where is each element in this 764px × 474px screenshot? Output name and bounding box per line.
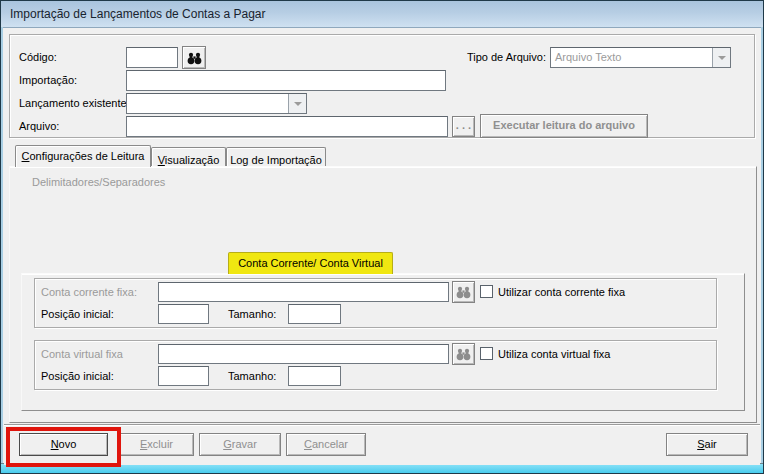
sair-button[interactable]: Sair — [666, 433, 748, 456]
gravar-button: Gravar — [199, 433, 281, 456]
window-frame-left — [1, 27, 3, 464]
utiliza-conta-virtual-label: Utiliza conta virtual fixa — [498, 348, 611, 361]
tab-conta-corrente-conta-virtual[interactable]: Conta Corrente/ Conta Virtual — [228, 252, 393, 274]
tipo-arquivo-select: Arquivo Texto — [550, 47, 731, 68]
excluir-label: Excluir — [120, 438, 193, 450]
executar-leitura-label: Executar leitura do arquivo — [481, 119, 647, 131]
window-title: Importação de Lançamentos de Contas a Pa… — [10, 7, 266, 21]
cv-posicao-inicial-input[interactable] — [158, 366, 209, 386]
utilizar-conta-corrente-checkbox[interactable] — [480, 285, 493, 298]
arquivo-label: Arquivo: — [19, 120, 59, 133]
titlebar[interactable]: Importação de Lançamentos de Contas a Pa… — [1, 1, 763, 28]
cc-tamanho-input[interactable] — [288, 304, 341, 324]
ellipsis-icon: . . . — [453, 119, 474, 131]
importacao-input[interactable] — [126, 70, 446, 91]
codigo-search-button[interactable] — [182, 46, 206, 69]
tab-log-importacao[interactable]: Log de Importação — [226, 147, 326, 166]
conta-corrente-input[interactable] — [158, 282, 449, 302]
binoculars-icon — [187, 51, 202, 65]
cancelar-button: Cancelar — [286, 433, 366, 456]
window-frame-right — [761, 27, 763, 464]
chevron-down-icon — [712, 48, 730, 67]
lancamento-existente-value — [127, 94, 288, 113]
chevron-down-icon — [288, 94, 306, 113]
utiliza-conta-virtual-checkbox[interactable] — [480, 347, 493, 360]
binoculars-icon — [456, 347, 471, 361]
posicao-inicial-label: Posição inicial: — [41, 308, 114, 321]
tab-label: Visualização — [152, 154, 225, 166]
lancamento-existente-select — [126, 93, 307, 114]
importacao-label: Importação: — [19, 74, 77, 87]
tipo-arquivo-value: Arquivo Texto — [551, 48, 712, 67]
lancamento-existente-label: Lançamento existente: — [19, 97, 130, 110]
delimitadores-group-title: Delimitadores/Separadores — [29, 176, 168, 189]
binoculars-icon — [456, 285, 471, 299]
tab-label: Conta Corrente/ Conta Virtual — [229, 257, 392, 269]
novo-button[interactable]: Novo — [19, 433, 108, 456]
codigo-input[interactable] — [126, 47, 178, 68]
import-lancamentos-window: Importação de Lançamentos de Contas a Pa… — [0, 0, 764, 474]
executar-leitura-button: Executar leitura do arquivo — [480, 114, 648, 138]
conta-virtual-input[interactable] — [158, 344, 449, 364]
tab-configuracoes-leitura[interactable]: Configurações de Leitura — [15, 145, 151, 167]
gravar-label: Gravar — [200, 438, 280, 450]
cancelar-label: Cancelar — [287, 438, 365, 450]
posicao-inicial-label: Posição inicial: — [41, 370, 114, 383]
tipo-arquivo-label: Tipo de Arquivo: — [431, 51, 546, 64]
cv-tamanho-input[interactable] — [288, 366, 341, 386]
conta-virtual-search-button — [452, 343, 475, 365]
footer-panel — [4, 424, 760, 465]
conta-corrente-search-button — [452, 281, 475, 303]
conta-virtual-label: Conta virtual fixa — [41, 348, 123, 361]
codigo-label: Código: — [19, 51, 57, 64]
excluir-button: Excluir — [119, 433, 194, 456]
cc-posicao-inicial-input[interactable] — [158, 304, 209, 324]
tab-label: Log de Importação — [227, 154, 325, 166]
tab-label: Configurações de Leitura — [16, 150, 150, 162]
arquivo-input[interactable] — [126, 116, 448, 137]
novo-label: Novo — [20, 438, 107, 450]
browse-file-button[interactable]: . . . — [452, 116, 475, 137]
conta-corrente-label: Conta corrente fixa: — [41, 286, 137, 299]
tab-visualizacao[interactable]: Visualização — [151, 147, 226, 166]
tamanho-label: Tamanho: — [228, 370, 276, 383]
sair-label: Sair — [667, 438, 747, 450]
utilizar-conta-corrente-label: Utilizar conta corrente fixa — [498, 286, 625, 299]
tamanho-label: Tamanho: — [228, 308, 276, 321]
